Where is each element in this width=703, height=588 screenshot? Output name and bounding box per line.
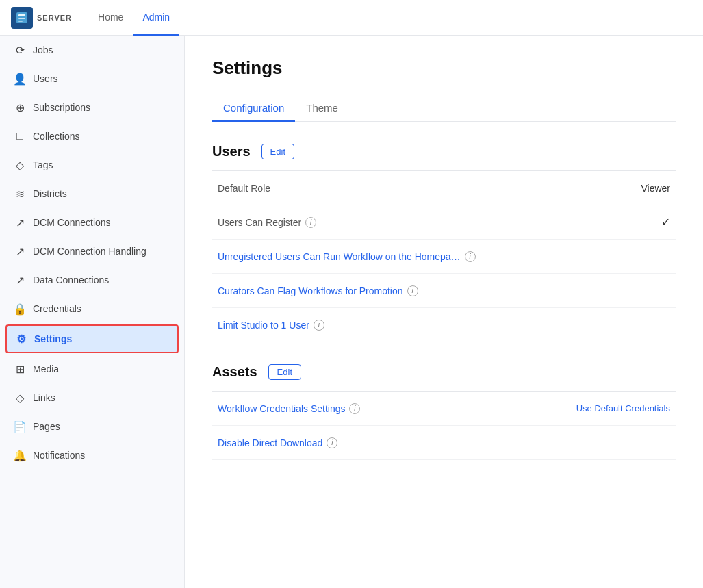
info-icon[interactable]: i bbox=[305, 217, 316, 228]
info-icon[interactable]: i bbox=[314, 320, 324, 331]
sidebar-item-label-tags: Tags bbox=[33, 159, 53, 170]
section-header-users: UsersEdit bbox=[212, 144, 676, 159]
main-content: Settings Configuration Theme UsersEditDe… bbox=[185, 36, 703, 588]
settings-table-assets: Workflow Credentials SettingsiUse Defaul… bbox=[212, 391, 676, 460]
info-icon[interactable]: i bbox=[349, 403, 360, 414]
collections-icon: □ bbox=[14, 130, 26, 142]
settings-row-users-4: Limit Studio to 1 Useri bbox=[212, 308, 676, 342]
sidebar-item-label-districts: Districts bbox=[33, 188, 67, 199]
section-title-assets: Assets bbox=[212, 364, 257, 380]
sidebar-item-jobs[interactable]: ⟳Jobs bbox=[0, 36, 184, 64]
settings-row-users-3: Curators Can Flag Workflows for Promotio… bbox=[212, 274, 676, 308]
settings-label-text: Workflow Credentials Settings bbox=[218, 403, 345, 414]
tabs: Configuration Theme bbox=[212, 95, 676, 122]
sidebar-item-notifications[interactable]: 🔔Notifications bbox=[0, 441, 184, 470]
svg-rect-3 bbox=[18, 21, 23, 22]
settings-row-assets-1: Disable Direct Downloadi bbox=[212, 426, 676, 460]
sidebar-item-label-users: Users bbox=[33, 73, 58, 84]
pages-icon: 📄 bbox=[14, 420, 26, 433]
sidebar-item-subscriptions[interactable]: ⊕Subscriptions bbox=[0, 93, 184, 122]
tab-theme[interactable]: Theme bbox=[295, 95, 349, 122]
settings-label-text: Default Role bbox=[218, 183, 270, 194]
sidebar-item-collections[interactable]: □Collections bbox=[0, 122, 184, 151]
dcm-connection-handling-icon: ↗ bbox=[14, 245, 26, 257]
settings-row-label: Limit Studio to 1 Useri bbox=[218, 320, 324, 331]
tab-configuration[interactable]: Configuration bbox=[212, 95, 295, 122]
settings-row-label: Users Can Registeri bbox=[218, 217, 316, 228]
sidebar-item-users[interactable]: 👤Users bbox=[0, 64, 184, 93]
jobs-icon: ⟳ bbox=[14, 44, 26, 56]
settings-icon: ⚙ bbox=[15, 333, 27, 345]
sidebar-item-pages[interactable]: 📄Pages bbox=[0, 412, 184, 441]
settings-row-users-0: Default RoleViewer bbox=[212, 171, 676, 205]
logo: SERVER bbox=[11, 7, 72, 29]
settings-label-text: Users Can Register bbox=[218, 217, 301, 228]
sidebar-item-label-dcm-connection-handling: DCM Connection Handling bbox=[33, 246, 146, 257]
settings-table-users: Default RoleViewerUsers Can Registeri✓Un… bbox=[212, 170, 676, 342]
links-icon: ◇ bbox=[14, 392, 26, 404]
info-icon[interactable]: i bbox=[465, 251, 476, 262]
sidebar-item-label-collections: Collections bbox=[33, 131, 79, 142]
settings-label-text: Curators Can Flag Workflows for Promotio… bbox=[218, 285, 403, 296]
settings-row-value: Use Default Credentials bbox=[576, 403, 670, 413]
sidebar-item-data-connections[interactable]: ↗Data Connections bbox=[0, 266, 184, 294]
subscriptions-icon: ⊕ bbox=[14, 101, 26, 114]
top-nav: SERVER Home Admin bbox=[0, 0, 703, 36]
settings-row-label: Curators Can Flag Workflows for Promotio… bbox=[218, 285, 418, 296]
dcm-connections-icon: ↗ bbox=[14, 216, 26, 229]
settings-row-label: Disable Direct Downloadi bbox=[218, 437, 337, 448]
sidebar: ⟳Jobs👤Users⊕Subscriptions□Collections◇Ta… bbox=[0, 36, 185, 588]
layout: ⟳Jobs👤Users⊕Subscriptions□Collections◇Ta… bbox=[0, 36, 703, 588]
logo-text: SERVER bbox=[37, 14, 72, 22]
sidebar-item-label-settings: Settings bbox=[34, 333, 72, 344]
info-icon[interactable]: i bbox=[327, 437, 337, 448]
nav-links: Home Admin bbox=[88, 0, 179, 36]
settings-row-users-1: Users Can Registeri✓ bbox=[212, 205, 676, 240]
page-title: Settings bbox=[212, 57, 676, 79]
sidebar-item-dcm-connection-handling[interactable]: ↗DCM Connection Handling bbox=[0, 237, 184, 266]
sidebar-item-label-links: Links bbox=[33, 392, 55, 403]
sidebar-item-label-credentials: Credentials bbox=[33, 303, 81, 314]
sidebar-item-tags[interactable]: ◇Tags bbox=[0, 151, 184, 179]
sidebar-item-dcm-connections[interactable]: ↗DCM Connections bbox=[0, 208, 184, 237]
settings-label-text: Unregistered Users Can Run Workflow on t… bbox=[218, 251, 461, 262]
nav-home[interactable]: Home bbox=[88, 0, 133, 36]
section-assets: AssetsEditWorkflow Credentials Settingsi… bbox=[212, 364, 676, 460]
media-icon: ⊞ bbox=[14, 363, 26, 375]
settings-label-text: Disable Direct Download bbox=[218, 437, 322, 448]
sidebar-item-credentials[interactable]: 🔒Credentials bbox=[0, 294, 184, 323]
sidebar-item-media[interactable]: ⊞Media bbox=[0, 355, 184, 383]
data-connections-icon: ↗ bbox=[14, 274, 26, 286]
settings-row-label: Workflow Credentials Settingsi bbox=[218, 403, 360, 414]
sidebar-item-settings[interactable]: ⚙Settings bbox=[5, 324, 179, 353]
edit-button-assets[interactable]: Edit bbox=[268, 364, 301, 380]
logo-icon bbox=[11, 7, 33, 29]
svg-rect-1 bbox=[18, 14, 25, 16]
districts-icon: ≋ bbox=[14, 188, 26, 200]
sidebar-item-label-jobs: Jobs bbox=[33, 44, 53, 55]
sections-container: UsersEditDefault RoleViewerUsers Can Reg… bbox=[212, 144, 676, 460]
svg-rect-2 bbox=[18, 18, 25, 19]
sidebar-item-districts[interactable]: ≋Districts bbox=[0, 179, 184, 208]
sidebar-item-label-media: Media bbox=[33, 363, 59, 374]
section-title-users: Users bbox=[212, 144, 251, 159]
sidebar-item-label-dcm-connections: DCM Connections bbox=[33, 217, 111, 228]
sidebar-item-label-subscriptions: Subscriptions bbox=[33, 102, 90, 113]
sidebar-item-label-data-connections: Data Connections bbox=[33, 274, 109, 285]
notifications-icon: 🔔 bbox=[14, 449, 26, 461]
settings-row-label: Unregistered Users Can Run Workflow on t… bbox=[218, 251, 476, 262]
section-header-assets: AssetsEdit bbox=[212, 364, 676, 380]
settings-row-users-2: Unregistered Users Can Run Workflow on t… bbox=[212, 240, 676, 274]
sidebar-item-links[interactable]: ◇Links bbox=[0, 383, 184, 412]
settings-row-assets-0: Workflow Credentials SettingsiUse Defaul… bbox=[212, 392, 676, 426]
sidebar-item-label-pages: Pages bbox=[33, 421, 60, 432]
info-icon[interactable]: i bbox=[407, 285, 418, 296]
settings-row-label: Default Role bbox=[218, 183, 270, 194]
edit-button-users[interactable]: Edit bbox=[261, 144, 294, 159]
section-users: UsersEditDefault RoleViewerUsers Can Reg… bbox=[212, 144, 676, 342]
nav-admin[interactable]: Admin bbox=[133, 0, 179, 36]
credentials-icon: 🔒 bbox=[14, 303, 26, 315]
users-icon: 👤 bbox=[14, 73, 26, 85]
settings-row-value: Viewer bbox=[641, 183, 670, 194]
settings-row-value: ✓ bbox=[661, 216, 670, 229]
